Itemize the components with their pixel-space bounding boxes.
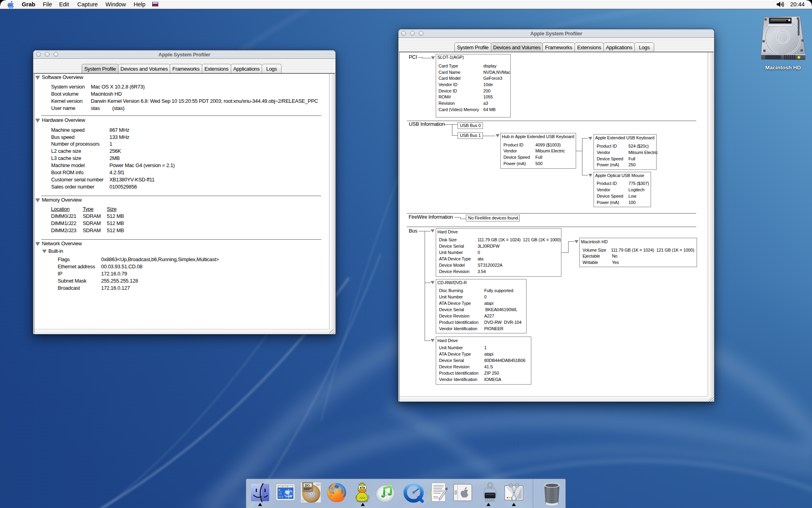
svg-text:10: 10: [278, 492, 282, 495]
svg-text:DO: DO: [305, 484, 310, 487]
svg-text:010: 010: [278, 495, 283, 498]
